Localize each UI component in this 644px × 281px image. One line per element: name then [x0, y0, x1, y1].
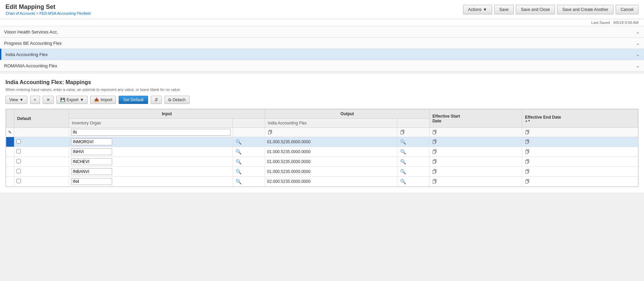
filter-eff-end-calendar-btn[interactable]: 🗍	[524, 129, 530, 136]
row-output-cell[interactable]: 01.000.5235.0000.0000	[265, 157, 397, 167]
filter-output-search-btn[interactable]: 🗍	[399, 129, 406, 136]
default-checkbox[interactable]	[16, 179, 21, 183]
input-search-btn[interactable]: 🔍	[235, 168, 242, 175]
view-button[interactable]: View ▼	[5, 96, 27, 104]
save-and-close-button[interactable]: Save and Close	[516, 5, 555, 14]
row-input-search-cell[interactable]: 🔍	[233, 167, 265, 177]
add-row-button[interactable]: +	[30, 96, 40, 104]
row-input-search-cell[interactable]: 🔍	[233, 147, 265, 157]
accordion-item-vision[interactable]: Vision Health Services Acc. ⌄	[0, 26, 644, 38]
output-search-btn[interactable]: 🔍	[399, 148, 407, 155]
eff-end-calendar-btn[interactable]: 🗍	[524, 158, 530, 165]
input-field[interactable]	[71, 138, 112, 145]
eff-end-calendar-btn[interactable]: 🗍	[524, 178, 530, 185]
delete-row-button[interactable]: ✕	[43, 96, 54, 104]
input-field[interactable]	[71, 168, 112, 175]
eff-end-calendar-btn[interactable]: 🗍	[524, 138, 530, 145]
row-input-cell[interactable]	[69, 177, 233, 187]
table-row[interactable]: 🔍 01.000.5235.0000.0000 🔍 🗍 🗍	[6, 137, 638, 147]
row-input-search-cell[interactable]: 🔍	[233, 177, 265, 187]
breadcrumb-item-2[interactable]: FED-MSA Accounting Flexfield	[39, 11, 91, 15]
row-output-search-cell[interactable]: 🔍	[397, 147, 430, 157]
accordion-item-romania[interactable]: ROMANIA Accounting Flex ⌄	[0, 60, 644, 71]
row-output-search-cell[interactable]: 🔍	[397, 167, 430, 177]
row-output-cell[interactable]: 01.000.5235.0000.0000	[265, 167, 397, 177]
table-row[interactable]: 🔍 01.000.5235.0000.0000 🔍 🗍 🗍	[6, 147, 638, 157]
input-search-btn[interactable]: 🔍	[235, 158, 242, 165]
input-search-btn[interactable]: 🔍	[235, 178, 242, 185]
eff-end-calendar-btn[interactable]: 🗍	[524, 148, 530, 155]
input-search-btn[interactable]: 🔍	[235, 138, 242, 145]
row-eff-end-cell[interactable]: 🗍	[522, 137, 638, 147]
row-eff-start-cell[interactable]: 🗍	[430, 137, 522, 147]
actions-label: Actions	[468, 7, 482, 12]
row-eff-start-cell[interactable]: 🗍	[430, 157, 522, 167]
row-input-cell[interactable]	[69, 157, 233, 167]
row-default-cell[interactable]	[14, 147, 69, 157]
input-search-btn[interactable]: 🔍	[235, 148, 242, 155]
input-field[interactable]	[71, 158, 112, 165]
section-hint: When entering Input values, enter a valu…	[5, 88, 639, 92]
row-input-cell[interactable]	[69, 137, 233, 147]
eff-start-calendar-btn[interactable]: 🗍	[432, 148, 438, 155]
output-search-btn[interactable]: 🔍	[399, 168, 407, 175]
table-row[interactable]: 🔍 01.000.5235.0000.0000 🔍 🗍 🗍	[6, 167, 638, 177]
table-row[interactable]: 🔍 02.000.5235.0000.0000 🔍 🗍 🗍	[6, 177, 638, 187]
row-eff-start-cell[interactable]: 🗍	[430, 147, 522, 157]
row-output-cell[interactable]: 02.000.5235.0000.0000	[265, 177, 397, 187]
filter-input-cell[interactable]	[69, 128, 233, 137]
cancel-button[interactable]: Cancel	[616, 5, 639, 14]
detach-button[interactable]: ⧉ Detach	[165, 96, 189, 104]
sort-icons-eff-end[interactable]: ▲▼	[525, 120, 635, 122]
row-eff-end-cell[interactable]: 🗍	[522, 147, 638, 157]
filter-input[interactable]	[71, 129, 231, 136]
input-field[interactable]	[71, 148, 112, 155]
row-input-cell[interactable]	[69, 147, 233, 157]
eff-start-calendar-btn[interactable]: 🗍	[432, 138, 438, 145]
table-row[interactable]: 🔍 01.000.5235.0000.0000 🔍 🗍 🗍	[6, 157, 638, 167]
eff-start-calendar-btn[interactable]: 🗍	[432, 178, 438, 185]
save-and-create-another-button[interactable]: Save and Create Another	[557, 5, 614, 14]
save-button[interactable]: Save	[494, 5, 514, 14]
row-output-search-cell[interactable]: 🔍	[397, 137, 430, 147]
row-eff-end-cell[interactable]: 🗍	[522, 167, 638, 177]
reorder-button[interactable]: ⇵	[151, 96, 162, 104]
output-search-btn[interactable]: 🔍	[399, 138, 407, 145]
row-input-search-cell[interactable]: 🔍	[233, 137, 265, 147]
default-checkbox[interactable]	[16, 159, 21, 163]
row-eff-end-cell[interactable]: 🗍	[522, 177, 638, 187]
import-button[interactable]: 📥 Import	[90, 96, 116, 104]
input-field[interactable]	[71, 178, 112, 185]
row-eff-start-cell[interactable]: 🗍	[430, 177, 522, 187]
actions-button[interactable]: Actions ▼	[463, 5, 492, 14]
row-input-search-cell[interactable]: 🔍	[233, 157, 265, 167]
row-eff-start-cell[interactable]: 🗍	[430, 167, 522, 177]
row-input-cell[interactable]	[69, 167, 233, 177]
row-output-search-cell[interactable]: 🔍	[397, 177, 430, 187]
row-output-cell[interactable]: 01.000.5235.0000.0000	[265, 147, 397, 157]
filter-output-cell: 🗍	[265, 128, 397, 137]
col-label-default: Default	[17, 116, 31, 121]
default-checkbox[interactable]	[16, 139, 21, 144]
row-default-cell[interactable]	[14, 177, 69, 187]
output-search-btn[interactable]: 🔍	[399, 178, 407, 185]
default-checkbox[interactable]	[16, 169, 21, 173]
row-output-search-cell[interactable]: 🔍	[397, 157, 430, 167]
row-output-cell[interactable]: 01.000.5235.0000.0000	[265, 137, 397, 147]
accordion-item-india[interactable]: India Accounting Flex ⌄	[0, 49, 644, 60]
set-default-button[interactable]: Set Default	[119, 96, 148, 104]
export-button[interactable]: 💾 Export ▼	[56, 96, 88, 104]
row-default-cell[interactable]	[14, 157, 69, 167]
eff-start-calendar-btn[interactable]: 🗍	[432, 168, 438, 175]
filter-eff-start-calendar-btn[interactable]: 🗍	[432, 129, 438, 136]
eff-start-calendar-btn[interactable]: 🗍	[432, 158, 438, 165]
accordion-item-progress[interactable]: Progress BE Accounting Flex ⌄	[0, 37, 644, 49]
breadcrumb-item-1[interactable]: Chart of Accounts	[5, 11, 35, 15]
default-checkbox[interactable]	[16, 149, 21, 153]
output-search-btn[interactable]: 🔍	[399, 158, 407, 165]
eff-end-calendar-btn[interactable]: 🗍	[524, 168, 530, 175]
row-eff-end-cell[interactable]: 🗍	[522, 157, 638, 167]
filter-output-calendar-btn[interactable]: 🗍	[267, 129, 273, 136]
row-default-cell[interactable]	[14, 137, 69, 147]
row-default-cell[interactable]	[14, 167, 69, 177]
